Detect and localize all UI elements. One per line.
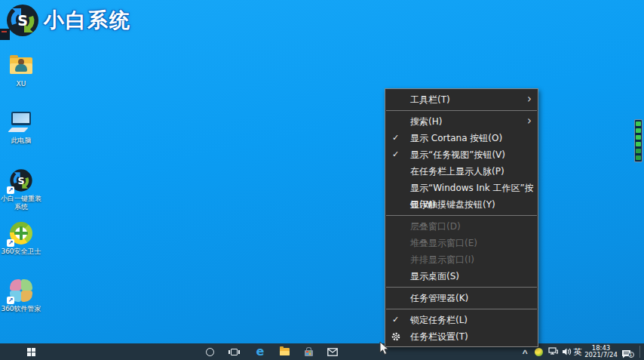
menu-item-search[interactable]: 搜索(H) › [385, 113, 538, 130]
gear-icon [391, 332, 400, 341]
menu-item-show-people[interactable]: 在任务栏上显示人脉(P) [385, 163, 538, 180]
shortcut-arrow-icon: ↗ [7, 186, 14, 194]
file-explorer-icon [280, 348, 290, 355]
360-safe-icon: ↗ [8, 220, 34, 246]
menu-item-toolbars[interactable]: 工具栏(T) › [385, 91, 538, 108]
desktop-icon-label: XU [1, 80, 41, 88]
taskbar-cortana-button[interactable] [201, 343, 219, 360]
shortcut-arrow-icon: ↗ [7, 239, 14, 247]
desktop-icon-label: 360软件管家 [1, 305, 41, 313]
mouse-cursor [379, 341, 390, 355]
show-desktop-divider[interactable] [639, 346, 640, 358]
360-software-manager-icon: ↗ [8, 278, 34, 303]
taskbar-file-explorer-button[interactable] [274, 343, 294, 360]
clock-date: 2021/7/24 [584, 352, 618, 359]
brand-watermark: S 小白系统 [5, 2, 131, 38]
this-pc-icon [8, 109, 34, 135]
menu-item-cascade-windows: 层叠窗口(D) [385, 218, 538, 235]
menu-item-show-windows-ink[interactable]: 显示“Windows Ink 工作区”按钮(W) [385, 180, 538, 196]
menu-item-taskbar-settings[interactable]: 任务栏设置(T) [385, 328, 538, 345]
menu-item-show-desktop[interactable]: 显示桌面(S) [385, 268, 538, 285]
menu-separator [386, 110, 537, 111]
ime-label: 英 [574, 346, 582, 358]
tray-network-button[interactable] [546, 343, 560, 360]
start-button[interactable] [21, 343, 41, 360]
desktop-icon-360-safe[interactable]: ↗ 360安全卫士 [1, 220, 41, 256]
action-center-button[interactable]: 1 [618, 343, 633, 360]
svg-text:S: S [17, 175, 24, 186]
chevron-up-icon: ∧ [521, 348, 529, 355]
mail-icon [327, 348, 338, 356]
notification-badge: 1 [628, 352, 634, 358]
tray-clock[interactable]: 18:43 2021/7/24 [584, 343, 618, 360]
check-icon: ✓ [392, 130, 399, 146]
menu-item-stack-windows: 堆叠显示窗口(E) [385, 235, 538, 251]
menu-item-side-by-side-windows: 并排显示窗口(I) [385, 251, 538, 268]
speaker-icon [562, 347, 572, 356]
tray-ime-indicator[interactable]: 英 [571, 343, 584, 360]
360-tray-icon [535, 348, 543, 356]
taskbar-edge-button[interactable]: e [251, 343, 269, 360]
task-view-icon [228, 348, 240, 356]
desktop-icon-xiaobai-reinstall[interactable]: S ↗ 小白一键重装系统 [1, 168, 41, 211]
screen-artifact [0, 29, 10, 40]
svg-text:S: S [17, 12, 28, 29]
menu-item-show-touch-keyboard[interactable]: 显示触摸键盘按钮(Y) [385, 196, 538, 213]
check-icon: ✓ [392, 146, 399, 163]
menu-item-show-task-view[interactable]: ✓ 显示“任务视图”按钮(V) [385, 146, 538, 163]
user-folder-icon [8, 53, 34, 78]
network-icon [548, 347, 558, 356]
submenu-arrow-icon: › [527, 91, 532, 107]
desktop-icon-user-folder[interactable]: XU [1, 53, 41, 88]
progress-gauge [634, 119, 642, 162]
submenu-arrow-icon: › [527, 112, 532, 129]
desktop-icon-360-software-manager[interactable]: ↗ 360软件管家 [1, 278, 41, 313]
taskbar-task-view-button[interactable] [224, 343, 244, 360]
cortana-icon [206, 348, 214, 356]
edge-icon: e [256, 346, 265, 358]
brand-logo-icon: S [5, 2, 41, 38]
menu-separator [386, 287, 537, 288]
check-icon: ✓ [392, 312, 399, 328]
menu-separator [386, 215, 537, 216]
desktop-icon-label: 此电脑 [1, 137, 41, 145]
taskbar-store-button[interactable] [299, 343, 318, 360]
taskbar-mail-button[interactable] [323, 343, 342, 360]
menu-separator [386, 309, 537, 309]
desktop-icon-label: 360安全卫士 [1, 248, 41, 256]
desktop-icon-label: 小白一键重装系统 [1, 195, 41, 211]
xiaobai-reinstall-icon: S ↗ [8, 168, 34, 193]
brand-title: 小白系统 [44, 7, 131, 34]
store-icon [305, 350, 313, 356]
menu-item-lock-taskbar[interactable]: ✓ 锁定任务栏(L) [385, 312, 538, 328]
taskbar: e ∧ 英 18:43 [0, 343, 644, 360]
desktop-icon-this-pc[interactable]: 此电脑 [1, 109, 41, 145]
shortcut-arrow-icon: ↗ [7, 297, 14, 304]
windows-logo-icon [27, 348, 35, 356]
menu-item-show-cortana[interactable]: ✓ 显示 Cortana 按钮(O) [385, 130, 538, 146]
taskbar-context-menu: 工具栏(T) › 搜索(H) › ✓ 显示 Cortana 按钮(O) ✓ 显示… [385, 88, 538, 347]
menu-item-task-manager[interactable]: 任务管理器(K) [385, 290, 538, 306]
